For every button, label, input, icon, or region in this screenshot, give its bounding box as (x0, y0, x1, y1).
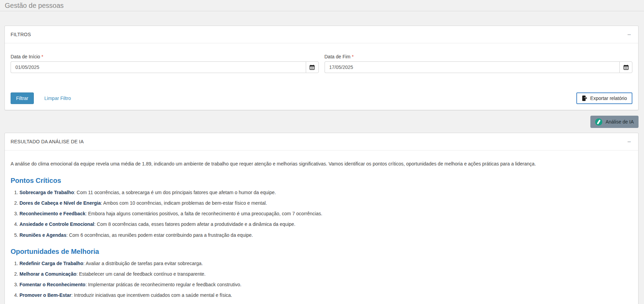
ai-analysis-label: Análise de IA (606, 119, 634, 125)
minus-icon: − (627, 138, 631, 145)
end-date-input[interactable] (325, 61, 620, 73)
results-collapse-button[interactable]: − (626, 138, 632, 146)
critical-points-heading: Pontos Críticos (11, 177, 632, 185)
start-date-label-text: Data de Início (11, 54, 40, 59)
item-text: : Ambos com 10 ocorrências, indicam prob… (101, 200, 267, 206)
end-date-calendar-button[interactable] (619, 61, 632, 73)
item-term: Promover o Bem-Estar (19, 292, 71, 298)
item-term: Reuniões e Agendas (19, 232, 66, 238)
filters-panel-header: FILTROS − (5, 26, 638, 43)
filters-panel: FILTROS − Data de Início * (4, 26, 639, 110)
results-panel-body: A análise do clima emocional da equipe r… (5, 150, 638, 304)
filters-panel-body: Data de Início * (5, 43, 638, 110)
calendar-icon (310, 65, 315, 70)
start-date-input[interactable] (11, 61, 306, 73)
main-content: FILTROS − Data de Início * (0, 26, 644, 304)
filter-button[interactable]: Filtrar (11, 92, 34, 104)
item-term: Fomentar o Reconhecimento (19, 282, 85, 287)
critical-points-list: Sobrecarga de Trabalho: Com 11 ocorrênci… (11, 189, 632, 238)
filters-collapse-button[interactable]: − (626, 31, 632, 39)
item-term: Ansiedade e Controle Emocional (19, 221, 94, 227)
item-text: : Implementar práticas de reconhecimento… (85, 282, 242, 287)
item-term: Melhorar a Comunicação (19, 271, 77, 277)
item-text: : Com 6 ocorrências, as reuniões podem e… (66, 232, 253, 238)
item-term: Dores de Cabeça e Nível de Energia (19, 200, 101, 206)
content-header: Gestão de pessoas (0, 0, 644, 11)
export-report-label: Exportar relatório (590, 96, 627, 101)
start-date-calendar-button[interactable] (306, 61, 319, 73)
page-title: Gestão de pessoas (5, 2, 64, 10)
end-date-field-group: Data de Fim * (325, 54, 633, 73)
results-panel-title: RESULTADO DA ANÁLISE DE IA (11, 139, 84, 144)
list-item: Reuniões e Agendas: Com 6 ocorrências, a… (19, 232, 632, 238)
export-file-icon (582, 96, 587, 101)
clear-filter-button[interactable]: Limpar Filtro (44, 96, 71, 101)
start-date-field-group: Data de Início * (11, 54, 319, 73)
list-item: Ansiedade e Controle Emocional: Com 8 oc… (19, 221, 632, 227)
list-item: Fomentar o Reconhecimento: Implementar p… (19, 281, 632, 288)
list-item: Sobrecarga de Trabalho: Com 11 ocorrênci… (19, 189, 632, 196)
export-report-button[interactable]: Exportar relatório (576, 92, 632, 104)
start-date-label: Data de Início * (11, 54, 319, 59)
item-term: Sobrecarga de Trabalho (19, 190, 74, 195)
required-asterisk: * (352, 54, 354, 59)
item-term: Reconhecimento e Feedback (19, 211, 85, 216)
results-panel-header: RESULTADO DA ANÁLISE DE IA − (5, 133, 638, 150)
item-text: : Embora haja alguns comentários positiv… (85, 211, 322, 216)
item-text: : Avaliar a distribuição de tarefas para… (83, 261, 203, 266)
ai-analysis-button[interactable]: Análise de IA (590, 116, 639, 128)
filters-panel-title: FILTROS (11, 32, 31, 37)
list-item: Melhorar a Comunicação: Estabelecer um c… (19, 271, 632, 277)
item-text: : Com 11 ocorrências, a sobrecarga é um … (74, 190, 276, 195)
list-item: Reconhecimento e Feedback: Embora haja a… (19, 211, 632, 217)
opportunities-heading: Oportunidades de Melhoria (11, 248, 632, 256)
end-date-label-text: Data de Fim (325, 54, 351, 59)
minus-icon: − (627, 31, 631, 38)
calendar-icon (624, 65, 629, 70)
results-panel: RESULTADO DA ANÁLISE DE IA − A análise d… (4, 133, 639, 304)
item-text: : Com 8 ocorrências cada, esses fatores … (94, 221, 296, 227)
list-item: Redefinir Carga de Trabalho: Avaliar a d… (19, 260, 632, 266)
required-asterisk: * (41, 54, 43, 59)
list-item: Promover o Bem-Estar: Introduzir iniciat… (19, 292, 632, 298)
opportunities-list: Redefinir Carga de Trabalho: Avaliar a d… (11, 260, 632, 299)
item-term: Redefinir Carga de Trabalho (19, 261, 83, 266)
end-date-label: Data de Fim * (325, 54, 633, 59)
item-text: : Estabelecer um canal de feedback contí… (77, 271, 206, 277)
analysis-intro-paragraph: A análise do clima emocional da equipe r… (11, 161, 632, 167)
ai-spark-icon (595, 118, 602, 126)
list-item: Dores de Cabeça e Nível de Energia: Ambo… (19, 200, 632, 206)
ai-button-row: Análise de IA (4, 116, 639, 128)
item-text: : Introduzir iniciativas que incentivem … (71, 292, 232, 298)
